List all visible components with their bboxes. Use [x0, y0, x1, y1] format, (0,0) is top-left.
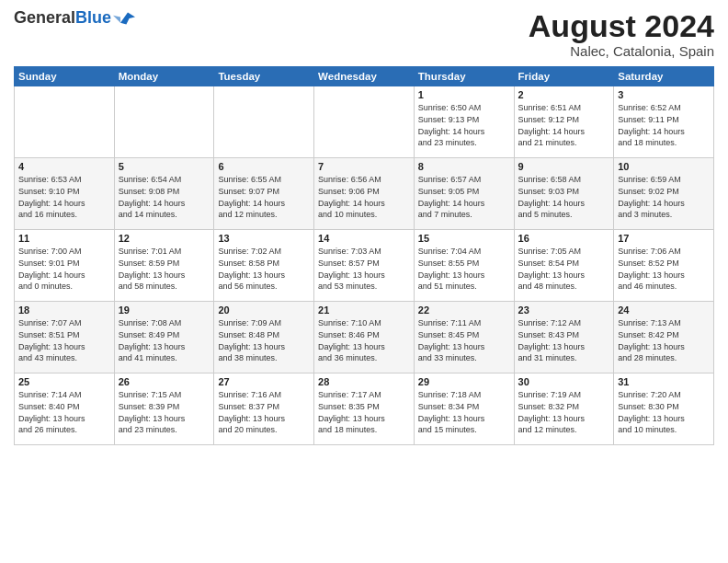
calendar-cell: 16Sunrise: 7:05 AM Sunset: 8:54 PM Dayli… [514, 230, 614, 302]
day-info: Sunrise: 7:01 AM Sunset: 8:59 PM Dayligh… [119, 246, 210, 292]
day-number: 14 [318, 233, 410, 244]
day-info: Sunrise: 6:55 AM Sunset: 9:07 PM Dayligh… [218, 174, 310, 220]
day-header-saturday: Saturday [614, 67, 714, 86]
calendar-cell: 14Sunrise: 7:03 AM Sunset: 8:57 PM Dayli… [314, 230, 415, 302]
day-info: Sunrise: 7:14 AM Sunset: 8:40 PM Dayligh… [18, 389, 110, 435]
calendar-cell: 1Sunrise: 6:50 AM Sunset: 9:13 PM Daylig… [414, 86, 514, 158]
day-info: Sunrise: 6:59 AM Sunset: 9:02 PM Dayligh… [618, 174, 710, 220]
day-number: 3 [618, 89, 710, 100]
day-number: 18 [18, 304, 110, 316]
calendar-cell: 19Sunrise: 7:08 AM Sunset: 8:49 PM Dayli… [114, 302, 214, 373]
svg-marker-0 [120, 13, 135, 25]
calendar-cell: 27Sunrise: 7:16 AM Sunset: 8:37 PM Dayli… [214, 373, 314, 445]
calendar-cell: 4Sunrise: 6:53 AM Sunset: 9:10 PM Daylig… [15, 158, 115, 230]
day-number: 30 [518, 376, 610, 387]
title-block: August 2024 Nalec, Catalonia, Spain [529, 9, 714, 59]
day-info: Sunrise: 7:00 AM Sunset: 9:01 PM Dayligh… [18, 246, 110, 292]
calendar-cell: 5Sunrise: 6:54 AM Sunset: 9:08 PM Daylig… [114, 158, 214, 230]
day-number: 6 [218, 161, 310, 172]
logo-bird-icon [113, 9, 135, 28]
day-info: Sunrise: 7:06 AM Sunset: 8:52 PM Dayligh… [618, 246, 710, 292]
day-number: 19 [119, 304, 210, 316]
calendar-cell: 26Sunrise: 7:15 AM Sunset: 8:39 PM Dayli… [114, 373, 214, 445]
day-info: Sunrise: 7:04 AM Sunset: 8:55 PM Dayligh… [418, 246, 510, 292]
calendar-cell: 17Sunrise: 7:06 AM Sunset: 8:52 PM Dayli… [614, 230, 714, 302]
day-info: Sunrise: 7:11 AM Sunset: 8:45 PM Dayligh… [418, 317, 510, 363]
day-number: 1 [418, 89, 510, 100]
svg-marker-1 [113, 16, 120, 23]
day-info: Sunrise: 6:57 AM Sunset: 9:05 PM Dayligh… [418, 174, 510, 220]
calendar-cell [314, 86, 415, 158]
day-number: 20 [218, 304, 310, 316]
day-header-sunday: Sunday [15, 67, 115, 86]
day-info: Sunrise: 7:17 AM Sunset: 8:35 PM Dayligh… [318, 389, 410, 435]
calendar-cell: 21Sunrise: 7:10 AM Sunset: 8:46 PM Dayli… [314, 302, 415, 373]
day-number: 29 [418, 376, 510, 387]
header: GeneralBlue August 2024 Nalec, Catalonia… [14, 9, 714, 59]
location-title: Nalec, Catalonia, Spain [529, 43, 714, 59]
day-number: 25 [18, 376, 110, 387]
week-row-4: 18Sunrise: 7:07 AM Sunset: 8:51 PM Dayli… [15, 302, 714, 373]
day-number: 9 [518, 161, 610, 172]
calendar-cell: 23Sunrise: 7:12 AM Sunset: 8:43 PM Dayli… [514, 302, 614, 373]
calendar-cell: 9Sunrise: 6:58 AM Sunset: 9:03 PM Daylig… [514, 158, 614, 230]
day-info: Sunrise: 7:10 AM Sunset: 8:46 PM Dayligh… [318, 317, 410, 363]
calendar-cell: 15Sunrise: 7:04 AM Sunset: 8:55 PM Dayli… [414, 230, 514, 302]
day-info: Sunrise: 7:09 AM Sunset: 8:48 PM Dayligh… [218, 317, 310, 363]
day-number: 27 [218, 376, 310, 387]
calendar-cell [214, 86, 314, 158]
day-info: Sunrise: 7:13 AM Sunset: 8:42 PM Dayligh… [618, 317, 710, 363]
day-number: 16 [518, 233, 610, 244]
day-number: 2 [518, 89, 610, 100]
day-header-friday: Friday [514, 67, 614, 86]
week-row-5: 25Sunrise: 7:14 AM Sunset: 8:40 PM Dayli… [15, 373, 714, 445]
day-number: 5 [119, 161, 210, 172]
day-header-monday: Monday [114, 67, 214, 86]
header-row: SundayMondayTuesdayWednesdayThursdayFrid… [15, 67, 714, 86]
day-number: 28 [318, 376, 410, 387]
day-info: Sunrise: 7:03 AM Sunset: 8:57 PM Dayligh… [318, 246, 410, 292]
day-number: 24 [618, 304, 710, 316]
day-info: Sunrise: 7:02 AM Sunset: 8:58 PM Dayligh… [218, 246, 310, 292]
day-header-tuesday: Tuesday [214, 67, 314, 86]
calendar-cell: 7Sunrise: 6:56 AM Sunset: 9:06 PM Daylig… [314, 158, 415, 230]
calendar-cell: 28Sunrise: 7:17 AM Sunset: 8:35 PM Dayli… [314, 373, 415, 445]
calendar-cell: 3Sunrise: 6:52 AM Sunset: 9:11 PM Daylig… [614, 86, 714, 158]
calendar-cell: 20Sunrise: 7:09 AM Sunset: 8:48 PM Dayli… [214, 302, 314, 373]
calendar-cell: 6Sunrise: 6:55 AM Sunset: 9:07 PM Daylig… [214, 158, 314, 230]
day-info: Sunrise: 7:08 AM Sunset: 8:49 PM Dayligh… [119, 317, 210, 363]
logo: GeneralBlue [14, 9, 135, 28]
week-row-1: 1Sunrise: 6:50 AM Sunset: 9:13 PM Daylig… [15, 86, 714, 158]
day-info: Sunrise: 7:15 AM Sunset: 8:39 PM Dayligh… [119, 389, 210, 435]
day-header-thursday: Thursday [414, 67, 514, 86]
calendar-cell: 29Sunrise: 7:18 AM Sunset: 8:34 PM Dayli… [414, 373, 514, 445]
day-info: Sunrise: 7:16 AM Sunset: 8:37 PM Dayligh… [218, 389, 310, 435]
calendar-cell [114, 86, 214, 158]
day-info: Sunrise: 7:19 AM Sunset: 8:32 PM Dayligh… [518, 389, 610, 435]
calendar-cell: 2Sunrise: 6:51 AM Sunset: 9:12 PM Daylig… [514, 86, 614, 158]
day-number: 12 [119, 233, 210, 244]
day-number: 22 [418, 304, 510, 316]
day-header-wednesday: Wednesday [314, 67, 415, 86]
day-number: 4 [18, 161, 110, 172]
day-info: Sunrise: 6:58 AM Sunset: 9:03 PM Dayligh… [518, 174, 610, 220]
calendar-cell: 8Sunrise: 6:57 AM Sunset: 9:05 PM Daylig… [414, 158, 514, 230]
calendar-page: GeneralBlue August 2024 Nalec, Catalonia… [0, 0, 728, 563]
day-number: 23 [518, 304, 610, 316]
day-info: Sunrise: 7:12 AM Sunset: 8:43 PM Dayligh… [518, 317, 610, 363]
day-number: 11 [18, 233, 110, 244]
day-info: Sunrise: 6:54 AM Sunset: 9:08 PM Dayligh… [119, 174, 210, 220]
calendar-cell [15, 86, 115, 158]
day-number: 17 [618, 233, 710, 244]
day-info: Sunrise: 6:53 AM Sunset: 9:10 PM Dayligh… [18, 174, 110, 220]
logo-blue-text: Blue [75, 8, 111, 27]
day-number: 7 [318, 161, 410, 172]
day-info: Sunrise: 6:51 AM Sunset: 9:12 PM Dayligh… [518, 102, 610, 148]
day-info: Sunrise: 6:52 AM Sunset: 9:11 PM Dayligh… [618, 102, 710, 148]
calendar-cell: 30Sunrise: 7:19 AM Sunset: 8:32 PM Dayli… [514, 373, 614, 445]
calendar-cell: 22Sunrise: 7:11 AM Sunset: 8:45 PM Dayli… [414, 302, 514, 373]
day-info: Sunrise: 6:50 AM Sunset: 9:13 PM Dayligh… [418, 102, 510, 148]
day-number: 26 [119, 376, 210, 387]
day-number: 13 [218, 233, 310, 244]
week-row-3: 11Sunrise: 7:00 AM Sunset: 9:01 PM Dayli… [15, 230, 714, 302]
